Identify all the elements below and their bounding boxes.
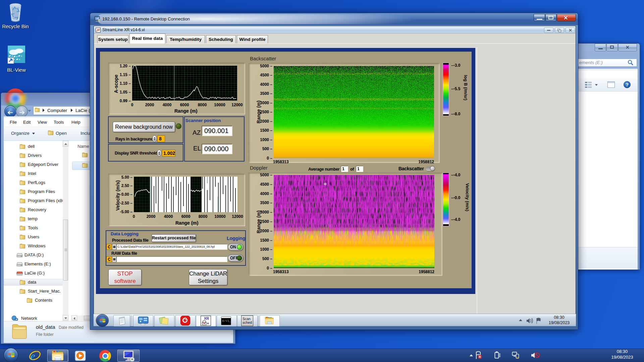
svg-text:e: e — [31, 351, 35, 361]
